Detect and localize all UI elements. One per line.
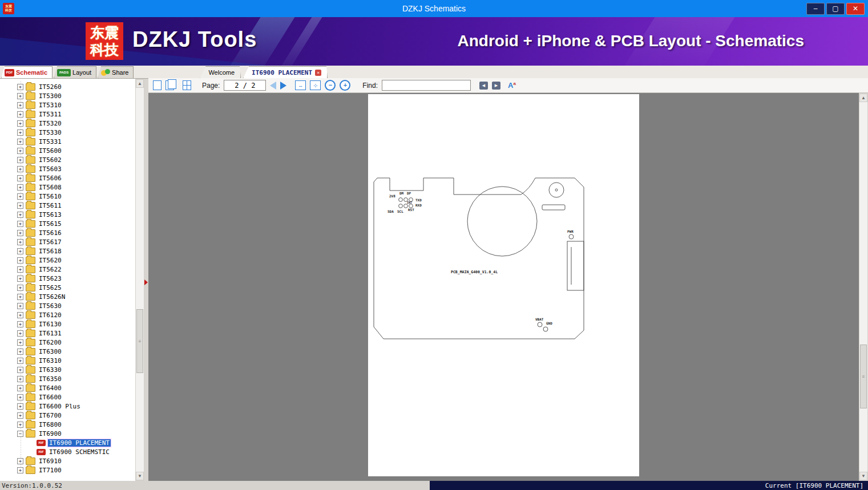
expand-icon[interactable]: + — [17, 294, 23, 300]
expand-icon[interactable]: + — [17, 458, 23, 464]
tree-item-it5615[interactable]: +IT5615 — [0, 219, 135, 228]
tree-item-it6600-plus[interactable]: +IT6600 Plus — [0, 402, 135, 411]
tree-item-it6900-schemstic[interactable]: PDFIT6900 SCHEMSTIC — [0, 447, 135, 456]
tree-item-it5611[interactable]: +IT5611 — [0, 201, 135, 210]
expand-icon[interactable]: + — [17, 84, 23, 90]
tree-item-it5626n[interactable]: +IT5626N — [0, 292, 135, 301]
content-scrollbar[interactable]: ▲ ≡ ▼ — [859, 93, 868, 481]
tree-item-it6700[interactable]: +IT6700 — [0, 411, 135, 420]
expand-icon[interactable]: + — [17, 349, 23, 355]
expand-icon[interactable]: + — [17, 257, 23, 264]
fit-width-icon[interactable]: ↔ — [295, 80, 306, 90]
find-next-icon[interactable]: ▶ — [492, 82, 500, 90]
expand-icon[interactable]: + — [17, 157, 23, 163]
expand-icon[interactable]: + — [17, 358, 23, 364]
scroll-down-icon[interactable]: ▼ — [859, 472, 867, 480]
tree-item-it5608[interactable]: +IT5608 — [0, 183, 135, 192]
tree-item-it5610[interactable]: +IT5610 — [0, 192, 135, 201]
tree-item-it5602[interactable]: +IT5602 — [0, 155, 135, 164]
doc-tab-it6900-placement[interactable]: IT6900 PLACEMENT ✕ — [243, 66, 328, 78]
expand-icon[interactable]: + — [17, 120, 23, 127]
maximize-button[interactable]: ▢ — [826, 3, 845, 15]
expand-icon[interactable]: + — [17, 139, 23, 145]
find-previous-icon[interactable]: ◀ — [479, 82, 488, 90]
tree-item-it6600[interactable]: +IT6600 — [0, 392, 135, 402]
tree-item-it5618[interactable]: +IT5618 — [0, 246, 135, 256]
expand-icon[interactable]: + — [17, 129, 23, 136]
expand-icon[interactable]: + — [17, 212, 23, 218]
tree-item-it5616[interactable]: +IT5616 — [0, 228, 135, 237]
tree-item-it6350[interactable]: +IT6350 — [0, 374, 135, 383]
tree-item-it6120[interactable]: +IT6120 — [0, 310, 135, 319]
scroll-up-icon[interactable]: ▲ — [859, 94, 867, 102]
expand-icon[interactable]: + — [17, 248, 23, 254]
pane-splitter[interactable] — [144, 79, 148, 481]
previous-page-icon[interactable] — [270, 82, 276, 90]
doc-tab-welcome[interactable]: Welcome — [200, 66, 241, 78]
tree-item-it5623[interactable]: +IT5623 — [0, 274, 135, 283]
tree-item-it6131[interactable]: +IT6131 — [0, 329, 135, 338]
expand-icon[interactable]: + — [17, 376, 23, 382]
expand-icon[interactable]: + — [17, 102, 23, 108]
expand-icon[interactable]: + — [17, 239, 23, 245]
splitter-collapse-icon[interactable] — [144, 280, 148, 285]
expand-icon[interactable]: + — [17, 166, 23, 172]
tree-item-it5622[interactable]: +IT5622 — [0, 265, 135, 274]
expand-icon[interactable]: + — [17, 385, 23, 391]
collapse-icon[interactable]: − — [17, 431, 23, 437]
pdf-viewer[interactable]: 2V8 DM DP TXD RXD INT RST SDA SCL PWR VB… — [148, 93, 859, 481]
zoom-out-icon[interactable]: − — [325, 80, 336, 91]
multi-page-view-icon[interactable] — [183, 80, 191, 90]
expand-icon[interactable]: + — [17, 330, 23, 337]
next-page-icon[interactable] — [280, 82, 286, 90]
tree-item-it6800[interactable]: +IT6800 — [0, 420, 135, 429]
tree-item-it5613[interactable]: +IT5613 — [0, 210, 135, 219]
tab-close-icon[interactable]: ✕ — [315, 70, 321, 76]
tree-item-it5330[interactable]: +IT5330 — [0, 128, 135, 137]
expand-icon[interactable]: + — [17, 312, 23, 318]
expand-icon[interactable]: + — [17, 184, 23, 191]
content-scrollbar-thumb[interactable]: ≡ — [860, 345, 867, 408]
tab-share[interactable]: Share — [98, 66, 134, 78]
page-number-input[interactable]: 2 / 2 — [224, 80, 266, 91]
expand-icon[interactable]: + — [17, 394, 23, 400]
tree-item-it5625[interactable]: +IT5625 — [0, 283, 135, 292]
find-input[interactable] — [382, 80, 471, 91]
expand-icon[interactable]: + — [17, 230, 23, 236]
expand-icon[interactable]: + — [17, 321, 23, 327]
expand-icon[interactable]: + — [17, 339, 23, 346]
single-page-view-icon[interactable] — [153, 80, 162, 90]
tree-item-it6130[interactable]: +IT6130 — [0, 319, 135, 329]
tree-item-it5260[interactable]: +IT5260 — [0, 82, 135, 91]
tree-item-it5320[interactable]: +IT5320 — [0, 119, 135, 128]
tree-item-it5300[interactable]: +IT5300 — [0, 91, 135, 100]
tree-item-it5310[interactable]: +IT5310 — [0, 100, 135, 110]
tree-item-it6910[interactable]: +IT6910 — [0, 456, 135, 465]
two-page-view-icon[interactable] — [165, 80, 174, 90]
tree-item-it6330[interactable]: +IT6330 — [0, 365, 135, 374]
expand-icon[interactable]: + — [17, 285, 23, 291]
tree-scrollbar-thumb[interactable]: ≡ — [136, 309, 143, 373]
tree-item-it5617[interactable]: +IT5617 — [0, 237, 135, 246]
tree-item-it6310[interactable]: +IT6310 — [0, 356, 135, 365]
tree-item-it5606[interactable]: +IT5606 — [0, 173, 135, 183]
close-button[interactable]: ✕ — [846, 3, 865, 15]
tree-item-it6200[interactable]: +IT6200 — [0, 338, 135, 347]
tab-schematic[interactable]: PDF Schematic — [1, 66, 53, 78]
text-size-icon[interactable]: Aa — [508, 81, 516, 90]
scroll-up-icon[interactable]: ▲ — [136, 79, 144, 88]
tree-item-it7100[interactable]: +IT7100 — [0, 465, 135, 475]
expand-icon[interactable]: + — [17, 303, 23, 309]
tree-item-it6900-placement[interactable]: PDFIT6900 PLACEMENT — [0, 438, 135, 447]
tree-item-it5603[interactable]: +IT5603 — [0, 164, 135, 173]
tree-item-it5600[interactable]: +IT5600 — [0, 146, 135, 155]
expand-icon[interactable]: + — [17, 403, 23, 410]
zoom-in-icon[interactable]: + — [340, 80, 350, 91]
expand-icon[interactable]: + — [17, 276, 23, 282]
tree-item-it6900[interactable]: −IT6900 — [0, 429, 135, 438]
minimize-button[interactable]: – — [806, 3, 825, 15]
scroll-down-icon[interactable]: ▼ — [136, 472, 144, 480]
expand-icon[interactable]: + — [17, 367, 23, 373]
expand-icon[interactable]: + — [17, 266, 23, 273]
tree-scrollbar[interactable]: ▲ ≡ ▼ — [135, 79, 144, 481]
